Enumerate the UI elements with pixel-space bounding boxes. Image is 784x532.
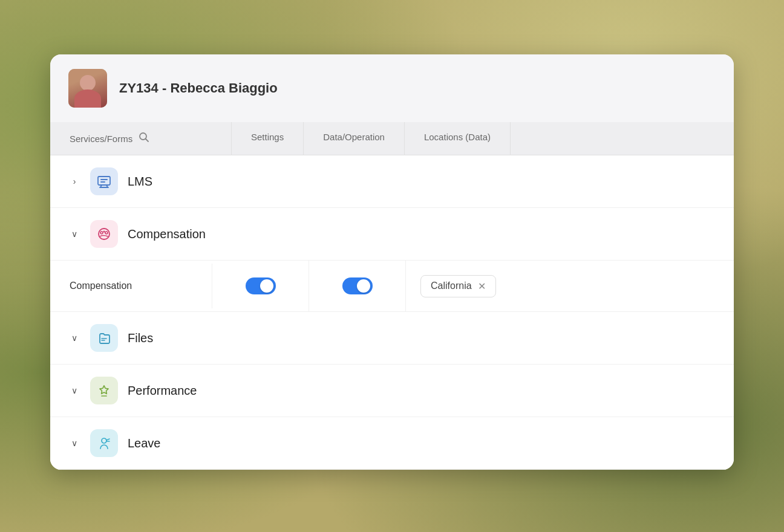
section-performance-header[interactable]: ∨ Performance xyxy=(50,365,734,417)
tab-locations-data-label: Locations (Data) xyxy=(424,132,491,142)
tab-data-operation-label: Data/Operation xyxy=(323,132,385,142)
chevron-right-icon: › xyxy=(68,177,80,186)
location-tag: California ✕ xyxy=(420,275,496,297)
svg-point-8 xyxy=(99,229,109,239)
tab-locations-data[interactable]: Locations (Data) xyxy=(405,122,511,155)
section-lms-header[interactable]: › LMS xyxy=(50,155,734,207)
svg-point-9 xyxy=(100,232,103,234)
performance-icon xyxy=(90,377,118,404)
svg-point-15 xyxy=(102,438,106,443)
main-card: ZY134 - Rebecca Biaggio Services/Forms S… xyxy=(50,54,734,470)
section-files: ∨ Files xyxy=(50,312,734,365)
section-leave-label: Leave xyxy=(128,436,161,450)
compensation-sub-row: Compensation California ✕ xyxy=(50,260,734,311)
svg-point-10 xyxy=(105,232,108,234)
page-title: ZY134 - Rebecca Biaggio xyxy=(119,80,278,96)
svg-line-16 xyxy=(106,439,109,440)
svg-line-1 xyxy=(146,139,149,142)
section-compensation-header[interactable]: ∨ Compensation xyxy=(50,208,734,260)
section-files-label: Files xyxy=(128,331,153,345)
chevron-down-icon-files: ∨ xyxy=(68,333,80,343)
section-lms: › LMS xyxy=(50,155,734,208)
compensation-row-label-cell: Compensation xyxy=(50,264,212,308)
tab-data-operation[interactable]: Data/Operation xyxy=(304,122,405,155)
svg-rect-7 xyxy=(100,181,105,183)
location-value: California xyxy=(431,281,472,291)
tab-settings-label: Settings xyxy=(251,132,284,142)
chevron-down-icon: ∨ xyxy=(68,229,80,239)
tab-services-forms-label: Services/Forms xyxy=(70,134,132,144)
remove-location-button[interactable]: ✕ xyxy=(478,281,486,292)
header: ZY134 - Rebecca Biaggio xyxy=(50,54,734,122)
lms-icon xyxy=(90,167,118,195)
compensation-toggle-settings[interactable] xyxy=(246,277,276,294)
leave-icon xyxy=(90,429,118,457)
svg-rect-2 xyxy=(98,177,110,185)
section-lms-label: LMS xyxy=(128,175,152,189)
compensation-toggle-operation[interactable] xyxy=(342,277,373,294)
avatar xyxy=(68,69,107,108)
svg-rect-6 xyxy=(100,179,108,180)
chevron-down-icon-performance: ∨ xyxy=(68,386,80,395)
files-icon xyxy=(90,324,118,352)
tab-settings[interactable]: Settings xyxy=(232,122,304,155)
section-leave-header[interactable]: ∨ Leave xyxy=(50,417,734,469)
employee-name: Rebecca Biaggio xyxy=(170,80,277,96)
svg-point-11 xyxy=(103,231,105,233)
section-files-header[interactable]: ∨ Files xyxy=(50,312,734,364)
employee-id: ZY134 - xyxy=(119,80,170,96)
search-icon[interactable] xyxy=(139,132,149,145)
tab-services-forms[interactable]: Services/Forms xyxy=(50,122,232,155)
location-cell: California ✕ xyxy=(406,263,734,310)
section-leave: ∨ Leave xyxy=(50,417,734,470)
section-compensation-label: Compensation xyxy=(128,227,206,241)
compensation-row-label: Compensation xyxy=(70,281,132,291)
content-area: › LMS ∨ xyxy=(50,155,734,470)
compensation-icon xyxy=(90,220,118,248)
section-performance: ∨ Performance xyxy=(50,365,734,417)
section-compensation: ∨ Compensation Compensation xyxy=(50,208,734,312)
toggle2-cell xyxy=(309,261,406,311)
section-performance-label: Performance xyxy=(128,384,197,398)
tab-bar: Services/Forms Settings Data/Operation L… xyxy=(50,122,734,155)
chevron-down-icon-leave: ∨ xyxy=(68,438,80,448)
toggle1-cell xyxy=(212,261,309,311)
